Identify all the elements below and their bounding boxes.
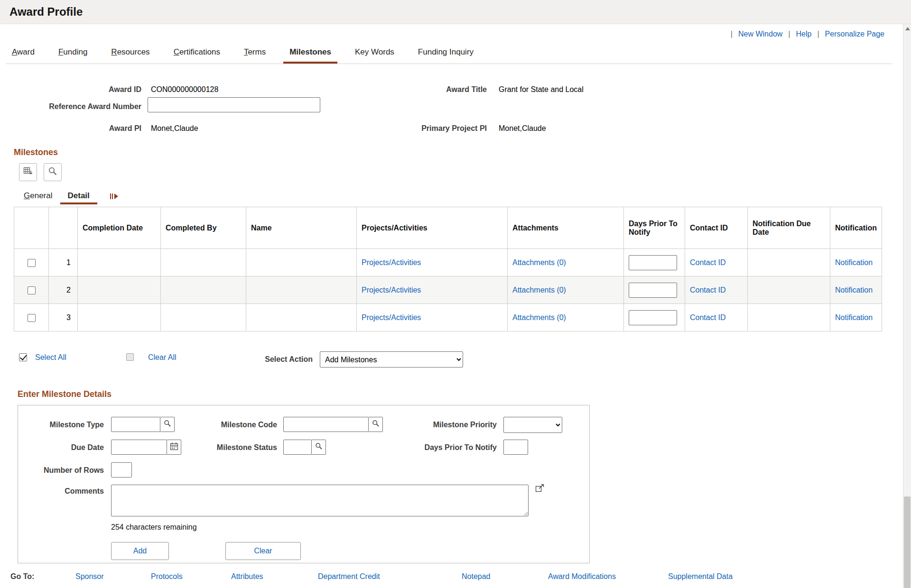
contact-id-link[interactable]: Contact ID <box>690 258 726 266</box>
attachments-cell: Attachments (0) <box>508 304 624 331</box>
col-header-completed-by: Completed By <box>161 207 246 249</box>
notification-due-date-cell <box>748 304 830 331</box>
name-cell <box>246 249 357 276</box>
select-action-dropdown[interactable]: Add Milestones <box>320 351 463 368</box>
tab-key-words[interactable]: Key Words <box>349 41 400 64</box>
milestone-type-input[interactable] <box>111 417 160 432</box>
completed-by-cell <box>161 304 246 331</box>
reference-award-number-input[interactable] <box>148 97 320 112</box>
days-prior-to-notify-input[interactable] <box>629 310 677 325</box>
tab-resources[interactable]: Resources <box>105 41 156 64</box>
tab-funding[interactable]: Funding <box>52 41 93 64</box>
days-prior-to-notify-label: Days Prior To Notify <box>350 443 497 452</box>
days-prior-to-notify-detail-input[interactable] <box>503 440 528 455</box>
due-date-label: Due Date <box>18 443 104 452</box>
comments-textarea[interactable] <box>111 485 529 516</box>
attachments-cell: Attachments (0) <box>508 276 624 304</box>
notification-link[interactable]: Notification <box>835 258 873 266</box>
download-grid-icon <box>23 166 33 178</box>
award-id-value: CON000000000128 <box>151 85 218 94</box>
select-all-checkbox[interactable] <box>19 353 27 361</box>
award-pi-value: Monet,Claude <box>151 124 198 133</box>
zoom-grid-button[interactable] <box>44 163 62 181</box>
separator: | <box>731 30 733 38</box>
download-grid-button[interactable] <box>19 163 37 181</box>
projects-activities-link[interactable]: Projects/Activities <box>362 258 421 266</box>
clear-all-link[interactable]: Clear All <box>148 353 177 362</box>
milestone-status-input[interactable] <box>283 440 312 455</box>
window-title-bar: Award Profile <box>0 0 911 24</box>
col-header-select <box>14 207 49 249</box>
grid-tab-detail[interactable]: Detail <box>60 188 97 204</box>
number-of-rows-label: Number of Rows <box>18 466 104 475</box>
notification-cell: Notification <box>830 249 882 276</box>
completion-date-cell <box>78 249 161 276</box>
goto-notepad-link[interactable]: Notepad <box>462 572 491 581</box>
attachments-link[interactable]: Attachments (0) <box>512 258 566 266</box>
scrollbar-up-button[interactable] <box>903 24 911 33</box>
expand-comments-icon[interactable] <box>535 484 545 494</box>
tab-funding-inquiry[interactable]: Funding Inquiry <box>412 41 480 64</box>
grid-tab-general[interactable]: General <box>16 188 60 204</box>
due-date-input[interactable] <box>111 440 167 455</box>
clear-all-checkbox-icon[interactable] <box>126 353 134 361</box>
help-link[interactable]: Help <box>796 30 812 38</box>
enter-milestone-details-heading: Enter Milestone Details <box>18 389 911 399</box>
milestone-priority-label: Milestone Priority <box>350 421 497 429</box>
goto-attributes-link[interactable]: Attributes <box>231 572 263 581</box>
contact-id-cell: Contact ID <box>685 304 748 331</box>
enter-milestone-details-box: Milestone Type Milestone Code Milestone … <box>18 405 590 563</box>
select-action-label: Select Action <box>256 355 313 364</box>
notification-link[interactable]: Notification <box>835 313 873 322</box>
number-of-rows-input[interactable] <box>111 462 132 478</box>
projects-activities-link[interactable]: Projects/Activities <box>362 313 421 322</box>
reference-award-number-label: Reference Award Number <box>0 102 141 111</box>
contact-id-cell: Contact ID <box>685 249 748 276</box>
goto-protocols-link[interactable]: Protocols <box>151 572 183 581</box>
days-prior-cell <box>624 249 685 276</box>
goto-sponsor-link[interactable]: Sponsor <box>75 572 104 581</box>
milestone-priority-dropdown[interactable] <box>503 417 562 433</box>
personalize-page-link[interactable]: Personalize Page <box>825 30 884 38</box>
page-title: Award Profile <box>9 5 83 18</box>
goto-department-credit-link[interactable]: Department Credit <box>318 572 380 581</box>
row-number: 2 <box>49 276 78 304</box>
clear-button[interactable]: Clear <box>225 542 301 560</box>
characters-remaining-text: 254 characters remaining <box>111 523 197 532</box>
notification-link[interactable]: Notification <box>835 286 873 294</box>
goto-supplemental-data-link[interactable]: Supplemental Data <box>668 572 733 581</box>
contact-id-link[interactable]: Contact ID <box>690 313 726 322</box>
row-select-checkbox[interactable] <box>28 286 36 294</box>
row-select-checkbox[interactable] <box>28 314 36 322</box>
milestones-table: Completion Date Completed By Name Projec… <box>14 207 882 331</box>
new-window-link[interactable]: New Window <box>738 30 782 38</box>
zoom-grid-icon <box>48 166 57 178</box>
tab-award[interactable]: Award <box>6 41 41 64</box>
show-all-columns-icon[interactable] <box>110 193 119 200</box>
notification-due-date-cell <box>748 249 830 276</box>
notification-due-date-cell <box>748 276 830 304</box>
award-header-fields: Award ID CON000000000128 Award Title Gra… <box>0 64 911 136</box>
attachments-cell: Attachments (0) <box>508 249 624 276</box>
contact-id-link[interactable]: Contact ID <box>690 286 726 294</box>
completion-date-cell <box>78 276 161 304</box>
attachments-link[interactable]: Attachments (0) <box>512 313 566 322</box>
tab-certifications[interactable]: Certifications <box>167 41 226 64</box>
row-select-checkbox[interactable] <box>28 259 36 267</box>
select-all-link[interactable]: Select All <box>35 353 66 362</box>
add-button[interactable]: Add <box>111 542 169 560</box>
tab-terms[interactable]: Terms <box>238 41 272 64</box>
milestone-status-lookup-button[interactable] <box>312 440 326 455</box>
days-prior-to-notify-input[interactable] <box>629 255 677 270</box>
vertical-scrollbar[interactable] <box>903 24 911 588</box>
award-pi-label: Award PI <box>0 124 141 133</box>
separator: | <box>817 30 819 38</box>
col-header-attachments: Attachments <box>508 207 624 249</box>
days-prior-to-notify-input[interactable] <box>629 283 677 298</box>
projects-activities-link[interactable]: Projects/Activities <box>362 286 421 294</box>
attachments-link[interactable]: Attachments (0) <box>512 286 566 294</box>
table-header-row: Completion Date Completed By Name Projec… <box>14 207 882 249</box>
tab-milestones[interactable]: Milestones <box>283 41 337 64</box>
scrollbar-thumb[interactable] <box>904 496 911 588</box>
goto-award-modifications-link[interactable]: Award Modifications <box>548 572 616 581</box>
